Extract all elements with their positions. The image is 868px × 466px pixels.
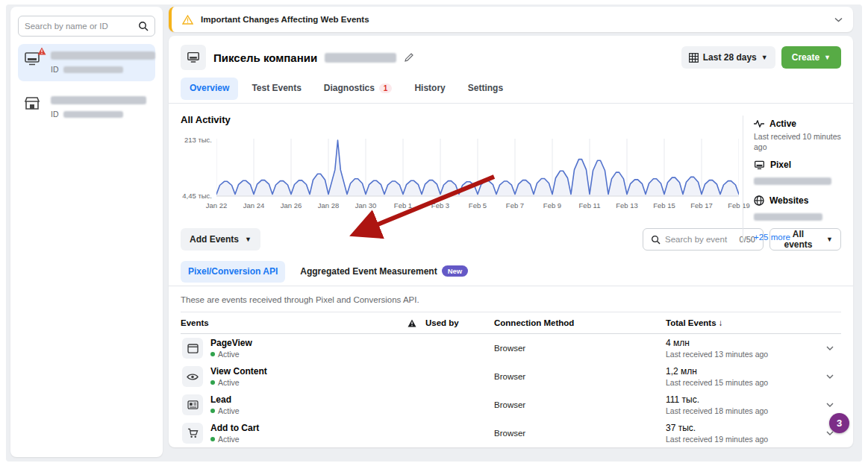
- banner-title: Important Changes Affecting Web Events: [201, 15, 827, 24]
- x-tick-label: Feb 9: [543, 201, 561, 210]
- redacted-pixel-name: [325, 53, 396, 63]
- warning-triangle-icon: [37, 47, 46, 55]
- id-label: ID: [51, 110, 59, 119]
- redacted-website: [754, 213, 822, 221]
- pixel-monitor-icon: [24, 51, 43, 74]
- chevron-down-icon[interactable]: [819, 403, 841, 407]
- x-tick-label: Jan 22: [206, 201, 228, 210]
- x-tick-label: Jan 28: [318, 201, 340, 210]
- events-description: These are events received through Pixel …: [169, 286, 853, 304]
- chevron-down-icon[interactable]: [819, 346, 841, 350]
- redacted-name: [51, 96, 146, 104]
- more-websites-link[interactable]: +25 more: [754, 233, 843, 242]
- table-header: Events Used by Connection Method Total E…: [181, 312, 841, 334]
- connection-method-value: Browser: [494, 429, 666, 438]
- chevron-down-icon[interactable]: [834, 17, 843, 22]
- pixel-monitor-icon: [754, 160, 765, 170]
- tab-history[interactable]: History: [405, 78, 454, 100]
- sidebar: ID ID: [10, 7, 163, 457]
- caret-down-icon: ▼: [761, 54, 768, 61]
- table-row-add-to-cart[interactable]: Add to Cart Active Browser 37 тыс.Last r…: [181, 419, 841, 447]
- connection-method-value: Browser: [494, 372, 666, 381]
- eye-icon: [182, 366, 203, 387]
- x-tick-label: Feb 3: [431, 201, 449, 210]
- websites-label: Websites: [769, 195, 808, 206]
- screenshot-frame: ID ID Important Changes Affecting Web Ev…: [0, 0, 868, 466]
- caret-down-icon: ▼: [824, 54, 831, 61]
- redacted-id: [63, 111, 123, 118]
- y-axis-min-label: 4,45 тыс.: [182, 192, 212, 200]
- add-events-button[interactable]: Add Events ▼: [181, 228, 260, 251]
- search-icon: [138, 21, 149, 31]
- date-range-label: Last 28 days: [703, 52, 757, 63]
- x-tick-label: Feb 5: [469, 201, 487, 210]
- warning-column-icon: [399, 319, 425, 327]
- event-search-input[interactable]: [665, 235, 728, 244]
- x-tick-label: Jan 24: [243, 201, 265, 210]
- x-tick-label: Feb 11: [579, 201, 601, 210]
- sidebar-search-input[interactable]: [25, 22, 138, 31]
- lead-card-icon: [182, 394, 203, 415]
- x-tick-label: Jan 26: [281, 201, 302, 210]
- table-row-lead[interactable]: Lead Active Browser 111 тыс.Last receive…: [181, 391, 841, 419]
- total-events-value: 4 млн: [666, 338, 819, 348]
- sidebar-search[interactable]: [18, 16, 155, 37]
- pixel-header: Пиксель компании Last 28 days ▼ Create ▼: [169, 36, 853, 76]
- redacted-name: [51, 51, 155, 60]
- event-name: View Content: [210, 366, 267, 377]
- tab-settings[interactable]: Settings: [459, 78, 512, 100]
- storefront-icon: [24, 96, 43, 119]
- new-badge: New: [442, 265, 469, 277]
- event-name: Lead: [210, 394, 240, 405]
- table-row-pageview[interactable]: PageView Active Browser 4 млнLast receiv…: [181, 334, 841, 362]
- event-name: PageView: [210, 338, 252, 348]
- edit-pencil-icon[interactable]: [404, 52, 414, 63]
- event-status: Active: [218, 350, 240, 359]
- event-status: Active: [218, 435, 240, 444]
- caret-down-icon: ▼: [245, 236, 252, 243]
- col-connection-method[interactable]: Connection Method: [494, 318, 666, 327]
- connection-method-value: Browser: [494, 344, 666, 353]
- x-tick-label: Feb 17: [690, 201, 713, 210]
- id-label: ID: [51, 65, 59, 74]
- col-total-events[interactable]: Total Events ↓: [666, 318, 819, 327]
- y-axis-max-label: 213 тыс.: [184, 136, 212, 144]
- sidebar-item-text: ID: [51, 96, 149, 119]
- date-range-button[interactable]: Last 28 days ▼: [681, 46, 775, 69]
- cart-icon: [182, 423, 203, 444]
- main-panel: Пиксель компании Last 28 days ▼ Create ▼: [169, 36, 853, 447]
- redacted-id: [63, 66, 123, 73]
- active-status-dot: [210, 352, 215, 356]
- tab-aggregated-event-measurement[interactable]: Aggregated Event Measurement New: [293, 261, 475, 283]
- tab-diagnostics[interactable]: Diagnostics1: [315, 78, 402, 100]
- activity-chart: 213 тыс. 4,45 тыс.: [181, 139, 745, 197]
- table-row-view-content[interactable]: View Content Active Browser 1,2 млнLast …: [181, 362, 841, 391]
- globe-icon: [754, 195, 764, 206]
- chevron-down-icon[interactable]: [819, 374, 841, 379]
- events-table: Events Used by Connection Method Total E…: [181, 312, 841, 447]
- main-tabs: Overview Test Events Diagnostics1 Histor…: [169, 76, 853, 104]
- browser-window-icon: [182, 338, 203, 359]
- col-events[interactable]: Events: [181, 318, 399, 327]
- event-name: Add to Cart: [210, 423, 259, 433]
- sidebar-item-catalog[interactable]: ID: [18, 89, 155, 126]
- pulse-icon: [754, 120, 764, 127]
- col-used-by[interactable]: Used by: [425, 318, 494, 327]
- total-events-value: 37 тыс.: [666, 423, 819, 433]
- status-detail: Last received 10 minutes ago: [754, 132, 843, 152]
- x-tick-label: Feb 1: [394, 201, 412, 210]
- tab-pixel-conversion-api[interactable]: Pixel/Conversion API: [181, 261, 285, 283]
- tab-test-events[interactable]: Test Events: [243, 78, 310, 100]
- activity-section: All Activity 213 тыс. 4,45 тыс. Jan 22Ja…: [169, 104, 853, 213]
- create-button[interactable]: Create ▼: [781, 46, 841, 69]
- pixel-monitor-icon: [181, 45, 206, 70]
- important-changes-banner[interactable]: Important Changes Affecting Web Events: [169, 7, 853, 32]
- tab-overview[interactable]: Overview: [181, 78, 238, 100]
- x-tick-label: Feb 7: [506, 201, 524, 210]
- event-source-tabs: Pixel/Conversion API Aggregated Event Me…: [169, 251, 853, 286]
- last-received: Last received 19 minutes ago: [666, 435, 819, 444]
- total-events-value: 1,2 млн: [666, 366, 819, 377]
- redacted-pixel-id: [754, 177, 831, 185]
- connection-method-value: Browser: [494, 400, 666, 409]
- sidebar-item-pixel[interactable]: ID: [18, 44, 155, 81]
